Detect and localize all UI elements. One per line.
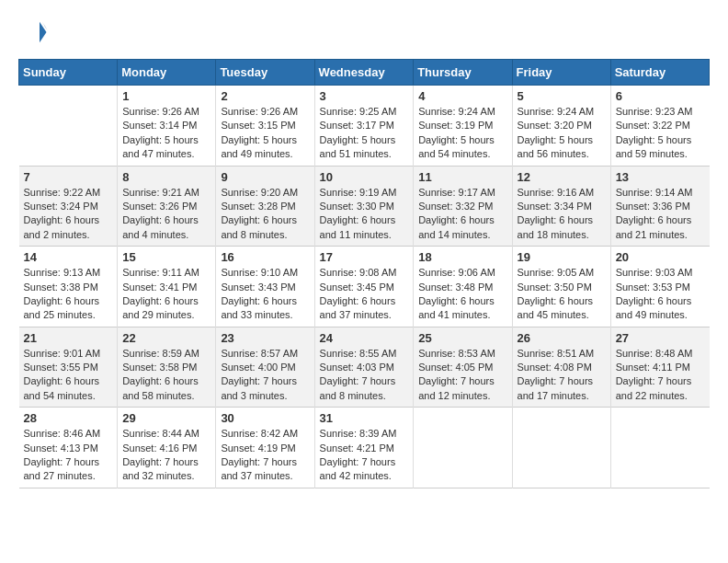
day-info: Sunrise: 9:01 AM Sunset: 3:55 PM Dayligh…: [24, 347, 113, 404]
col-header-thursday: Thursday: [414, 60, 512, 86]
day-number: 9: [221, 170, 309, 184]
day-number: 1: [122, 89, 210, 103]
day-number: 22: [122, 331, 210, 345]
day-info: Sunrise: 8:55 AM Sunset: 4:03 PM Dayligh…: [320, 347, 409, 404]
calendar-cell: [414, 408, 512, 488]
calendar-cell: 5Sunrise: 9:24 AM Sunset: 3:20 PM Daylig…: [512, 86, 610, 167]
day-info: Sunrise: 9:08 AM Sunset: 3:45 PM Dayligh…: [320, 266, 409, 323]
calendar-cell: 12Sunrise: 9:16 AM Sunset: 3:34 PM Dayli…: [512, 166, 610, 247]
day-number: 17: [320, 250, 409, 264]
calendar-cell: [19, 86, 118, 167]
day-info: Sunrise: 9:20 AM Sunset: 3:28 PM Dayligh…: [221, 186, 309, 243]
calendar-cell: 6Sunrise: 9:23 AM Sunset: 3:22 PM Daylig…: [610, 86, 709, 167]
calendar-cell: 13Sunrise: 9:14 AM Sunset: 3:36 PM Dayli…: [610, 166, 709, 247]
calendar-cell: [610, 408, 709, 488]
day-info: Sunrise: 9:11 AM Sunset: 3:41 PM Dayligh…: [122, 266, 210, 323]
calendar-cell: 24Sunrise: 8:55 AM Sunset: 4:03 PM Dayli…: [314, 327, 414, 408]
logo: [18, 18, 48, 50]
col-header-friday: Friday: [512, 60, 610, 86]
calendar-cell: 4Sunrise: 9:24 AM Sunset: 3:19 PM Daylig…: [414, 86, 512, 167]
calendar-cell: 26Sunrise: 8:51 AM Sunset: 4:08 PM Dayli…: [512, 327, 610, 408]
day-info: Sunrise: 9:06 AM Sunset: 3:48 PM Dayligh…: [418, 266, 506, 323]
day-number: 5: [518, 89, 606, 103]
day-number: 13: [616, 170, 705, 184]
day-info: Sunrise: 9:14 AM Sunset: 3:36 PM Dayligh…: [616, 186, 705, 243]
day-info: Sunrise: 9:22 AM Sunset: 3:24 PM Dayligh…: [24, 186, 113, 243]
day-info: Sunrise: 9:25 AM Sunset: 3:17 PM Dayligh…: [320, 105, 409, 162]
day-info: Sunrise: 9:13 AM Sunset: 3:38 PM Dayligh…: [24, 266, 113, 323]
calendar-week-1: 1Sunrise: 9:26 AM Sunset: 3:14 PM Daylig…: [19, 86, 710, 167]
day-number: 11: [418, 170, 506, 184]
day-number: 20: [616, 250, 705, 264]
day-info: Sunrise: 8:48 AM Sunset: 4:11 PM Dayligh…: [616, 347, 705, 404]
col-header-monday: Monday: [118, 60, 216, 86]
day-info: Sunrise: 8:57 AM Sunset: 4:00 PM Dayligh…: [221, 347, 309, 404]
calendar-cell: 25Sunrise: 8:53 AM Sunset: 4:05 PM Dayli…: [414, 327, 512, 408]
day-number: 3: [320, 89, 409, 103]
col-header-saturday: Saturday: [610, 60, 709, 86]
calendar-cell: 23Sunrise: 8:57 AM Sunset: 4:00 PM Dayli…: [216, 327, 314, 408]
day-number: 14: [24, 250, 113, 264]
day-number: 24: [320, 331, 409, 345]
col-header-wednesday: Wednesday: [314, 60, 414, 86]
day-number: 10: [320, 170, 409, 184]
day-info: Sunrise: 9:05 AM Sunset: 3:50 PM Dayligh…: [518, 266, 606, 323]
day-info: Sunrise: 8:51 AM Sunset: 4:08 PM Dayligh…: [518, 347, 606, 404]
calendar-cell: 10Sunrise: 9:19 AM Sunset: 3:30 PM Dayli…: [314, 166, 414, 247]
calendar-week-5: 28Sunrise: 8:46 AM Sunset: 4:13 PM Dayli…: [19, 408, 710, 488]
svg-marker-0: [40, 22, 47, 43]
day-number: 6: [616, 89, 705, 103]
calendar-cell: 15Sunrise: 9:11 AM Sunset: 3:41 PM Dayli…: [118, 247, 216, 327]
calendar-cell: 18Sunrise: 9:06 AM Sunset: 3:48 PM Dayli…: [414, 247, 512, 327]
day-info: Sunrise: 8:44 AM Sunset: 4:16 PM Dayligh…: [122, 427, 210, 484]
day-number: 29: [122, 411, 210, 425]
day-number: 18: [418, 250, 506, 264]
calendar-cell: 21Sunrise: 9:01 AM Sunset: 3:55 PM Dayli…: [19, 327, 118, 408]
calendar-cell: 8Sunrise: 9:21 AM Sunset: 3:26 PM Daylig…: [118, 166, 216, 247]
logo-icon: [20, 18, 48, 46]
day-info: Sunrise: 8:59 AM Sunset: 3:58 PM Dayligh…: [122, 347, 210, 404]
day-number: 21: [24, 331, 113, 345]
day-number: 31: [320, 411, 409, 425]
calendar-week-4: 21Sunrise: 9:01 AM Sunset: 3:55 PM Dayli…: [19, 327, 710, 408]
day-info: Sunrise: 8:53 AM Sunset: 4:05 PM Dayligh…: [418, 347, 506, 404]
calendar-cell: 16Sunrise: 9:10 AM Sunset: 3:43 PM Dayli…: [216, 247, 314, 327]
day-info: Sunrise: 9:21 AM Sunset: 3:26 PM Dayligh…: [122, 186, 210, 243]
day-number: 25: [418, 331, 506, 345]
day-number: 2: [221, 89, 309, 103]
day-info: Sunrise: 8:39 AM Sunset: 4:21 PM Dayligh…: [320, 427, 409, 484]
day-number: 16: [221, 250, 309, 264]
day-number: 19: [518, 250, 606, 264]
day-number: 4: [418, 89, 506, 103]
calendar-header-row: SundayMondayTuesdayWednesdayThursdayFrid…: [19, 60, 710, 86]
calendar-cell: 19Sunrise: 9:05 AM Sunset: 3:50 PM Dayli…: [512, 247, 610, 327]
calendar-week-3: 14Sunrise: 9:13 AM Sunset: 3:38 PM Dayli…: [19, 247, 710, 327]
day-number: 30: [221, 411, 309, 425]
calendar-table: SundayMondayTuesdayWednesdayThursdayFrid…: [18, 59, 710, 488]
calendar-cell: 7Sunrise: 9:22 AM Sunset: 3:24 PM Daylig…: [19, 166, 118, 247]
day-info: Sunrise: 9:16 AM Sunset: 3:34 PM Dayligh…: [518, 186, 606, 243]
day-info: Sunrise: 9:03 AM Sunset: 3:53 PM Dayligh…: [616, 266, 705, 323]
day-info: Sunrise: 9:23 AM Sunset: 3:22 PM Dayligh…: [616, 105, 705, 162]
day-number: 15: [122, 250, 210, 264]
col-header-sunday: Sunday: [19, 60, 118, 86]
day-number: 12: [518, 170, 606, 184]
day-info: Sunrise: 9:10 AM Sunset: 3:43 PM Dayligh…: [221, 266, 309, 323]
calendar-cell: 3Sunrise: 9:25 AM Sunset: 3:17 PM Daylig…: [314, 86, 414, 167]
calendar-cell: 31Sunrise: 8:39 AM Sunset: 4:21 PM Dayli…: [314, 408, 414, 488]
day-info: Sunrise: 9:19 AM Sunset: 3:30 PM Dayligh…: [320, 186, 409, 243]
calendar-cell: 20Sunrise: 9:03 AM Sunset: 3:53 PM Dayli…: [610, 247, 709, 327]
day-number: 8: [122, 170, 210, 184]
day-info: Sunrise: 9:17 AM Sunset: 3:32 PM Dayligh…: [418, 186, 506, 243]
col-header-tuesday: Tuesday: [216, 60, 314, 86]
calendar-cell: 30Sunrise: 8:42 AM Sunset: 4:19 PM Dayli…: [216, 408, 314, 488]
day-number: 28: [24, 411, 113, 425]
calendar-cell: 1Sunrise: 9:26 AM Sunset: 3:14 PM Daylig…: [118, 86, 216, 167]
calendar-cell: 14Sunrise: 9:13 AM Sunset: 3:38 PM Dayli…: [19, 247, 118, 327]
calendar-cell: 28Sunrise: 8:46 AM Sunset: 4:13 PM Dayli…: [19, 408, 118, 488]
calendar-cell: 9Sunrise: 9:20 AM Sunset: 3:28 PM Daylig…: [216, 166, 314, 247]
day-info: Sunrise: 8:46 AM Sunset: 4:13 PM Dayligh…: [24, 427, 113, 484]
calendar-cell: 29Sunrise: 8:44 AM Sunset: 4:16 PM Dayli…: [118, 408, 216, 488]
day-info: Sunrise: 8:42 AM Sunset: 4:19 PM Dayligh…: [221, 427, 309, 484]
day-number: 26: [518, 331, 606, 345]
